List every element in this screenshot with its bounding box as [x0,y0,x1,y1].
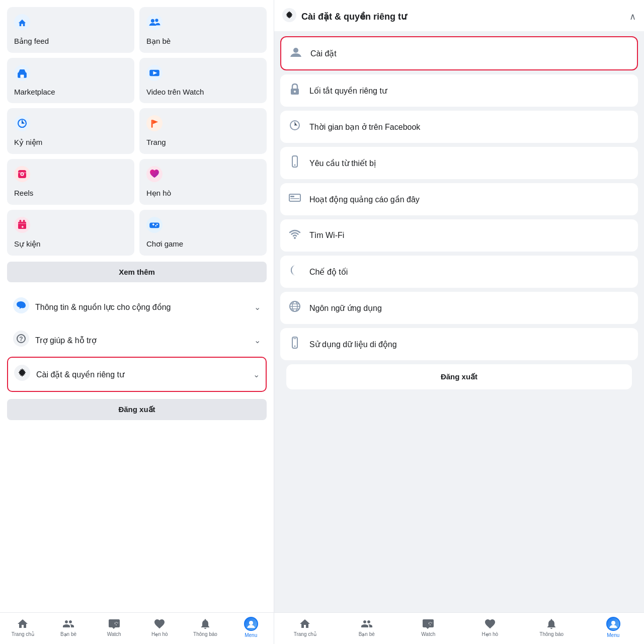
settings-item-thoi-gian[interactable]: Thời gian bạn ở trên Facebook [280,111,638,143]
right-nav-watch[interactable]: Watch [397,618,459,637]
left-nav-label-ban-be: Bạn bè [60,631,76,637]
trang-icon [146,115,260,134]
thong-tin-label: Thông tin & nguồn lực cho cộng đồng [35,302,171,312]
svg-point-54 [294,237,296,239]
svg-rect-24 [18,223,26,224]
left-nav-hen-ho[interactable]: Hẹn hò [137,618,183,637]
choi-game-icon [146,217,260,235]
right-nav-label-ban-be: Bạn bè [359,631,375,637]
bang-feed-icon [14,14,127,33]
left-nav-label-hen-ho: Hẹn hò [151,631,168,637]
svg-point-50 [294,165,296,166]
svg-rect-51 [289,194,300,201]
svg-rect-19 [18,172,26,173]
grid-item-bang-feed[interactable]: Bảng feed [7,7,134,53]
svg-point-2 [151,19,154,23]
left-nav-label-thong-bao: Thông báo [193,631,217,637]
menu-item-thong-tin[interactable]: Thông tin & nguồn lực cho cộng đồng ⌄ [7,290,267,324]
right-nav-label-trang-chu: Trang chủ [294,631,316,637]
settings-item-wifi[interactable]: Tìm Wi-Fi [280,219,638,252]
cai-dat-chevron: ⌄ [253,370,260,379]
left-nav-watch[interactable]: Watch [91,618,137,637]
friends-icon [62,618,74,630]
reels-label: Reels [14,189,127,197]
right-header-chevron[interactable]: ∧ [629,11,636,22]
left-nav-menu[interactable]: Menu [228,617,274,638]
reels-icon [14,166,127,185]
grid-item-marketplace[interactable]: Marketplace [7,58,134,103]
hoat-dong-item-label: Hoạt động quảng cáo gần đây [309,195,420,204]
yeu-cau-item-label: Yêu cầu từ thiết bị [309,158,376,168]
grid-item-video-watch[interactable]: Video trên Watch [139,58,267,103]
cai-dat-menu-label: Cài đặt & quyền riêng tư [36,370,124,379]
grid-item-ban-be[interactable]: Bạn bè [139,7,267,53]
svg-rect-6 [20,75,24,78]
loi-tat-item-label: Lối tắt quyền riêng tư [309,86,387,96]
svg-rect-31 [149,223,159,228]
svg-rect-52 [290,196,294,197]
left-nav-label-menu: Menu [245,632,257,638]
settings-item-che-do-toi[interactable]: Chế độ tối [280,256,638,288]
right-panel: Cài đặt & quyền riêng tư ∧ Cài đặt [274,0,644,644]
grid-item-trang[interactable]: Trang [139,108,267,154]
right-nav-label-hen-ho: Hẹn hò [481,631,498,637]
svg-point-47 [294,91,296,93]
settings-item-loi-tat[interactable]: Lối tắt quyền riêng tư [280,74,638,107]
cai-dat-menu-icon [14,365,30,384]
see-more-button[interactable]: Xem thêm [7,262,267,282]
menu-item-cai-dat[interactable]: Cài đặt & quyền riêng tư ⌄ [7,357,267,392]
grid-item-choi-game[interactable]: Chơi game [139,210,267,256]
right-nav-thong-bao[interactable]: Thông báo [521,618,583,637]
left-nav-thong-bao[interactable]: Thông báo [183,618,228,637]
right-nav-menu[interactable]: Menu [583,617,645,638]
marketplace-label: Marketplace [14,88,127,96]
tro-giup-label: Trợ giúp & hỗ trợ [35,336,97,345]
hen-ho-icon [146,166,260,185]
bell-icon [199,618,211,630]
grid-section: Bảng feed Bạn bè [0,0,274,256]
svg-point-34 [156,224,158,225]
hen-ho-label: Hẹn hò [146,189,260,198]
ngon-ngu-icon [287,300,302,316]
grid-item-hen-ho[interactable]: Hẹn hò [139,159,267,205]
grid-item-ky-niem[interactable]: Kỷ niệm [7,108,134,154]
left-nav-avatar [244,617,258,631]
right-logout-button[interactable]: Đăng xuất [286,364,632,389]
settings-item-cai-dat[interactable]: Cài đặt [280,36,638,70]
choi-game-label: Chơi game [146,239,260,249]
right-friends-icon [361,618,373,630]
ban-be-icon [146,14,260,33]
right-header-title: Cài đặt & quyền riêng tư [301,11,407,22]
left-nav-label-watch: Watch [107,631,121,637]
left-nav-trang-chu[interactable]: Trang chủ [0,618,46,637]
che-do-toi-item-label: Chế độ tối [309,267,348,277]
thong-tin-chevron: ⌄ [254,302,261,312]
left-bottom-nav: Trang chủ Bạn bè Watch Hẹn hò Thông báo [0,612,274,644]
left-nav-ban-be[interactable]: Bạn bè [46,618,92,637]
settings-item-du-lieu[interactable]: Sử dụng dữ liệu di động [280,328,638,360]
svg-rect-33 [153,223,154,225]
grid-item-reels[interactable]: Reels [7,159,134,205]
su-kien-icon: ★ [14,217,127,235]
grid-item-su-kien[interactable]: ★ Sự kiện [7,210,134,256]
wifi-icon [287,227,302,244]
settings-item-ngon-ngu[interactable]: Ngôn ngữ ứng dụng [280,292,638,324]
settings-item-yeu-cau[interactable]: Yêu cầu từ thiết bị [280,147,638,179]
left-logout-button[interactable]: Đăng xuất [7,399,267,420]
svg-point-18 [21,173,23,175]
du-lieu-item-label: Sử dụng dữ liệu di động [309,340,397,349]
watch-icon [108,618,120,630]
right-nav-hen-ho[interactable]: Hẹn hò [459,618,521,637]
heart-icon [153,618,166,630]
svg-point-42 [249,621,253,625]
menu-item-tro-giup[interactable]: ? Trợ giúp & hỗ trợ ⌄ [7,324,267,357]
right-nav-trang-chu[interactable]: Trang chủ [274,618,336,637]
ngon-ngu-item-label: Ngôn ngữ ứng dụng [309,303,382,313]
right-nav-ban-be[interactable]: Bạn bè [336,618,398,637]
settings-item-hoat-dong[interactable]: Hoạt động quảng cáo gần đây [280,183,638,215]
thong-tin-icon [13,297,29,316]
right-nav-label-watch: Watch [421,631,435,637]
left-panel: Bảng feed Bạn bè [0,0,274,644]
tro-giup-icon: ? [13,331,29,350]
right-heart-icon [484,618,496,630]
